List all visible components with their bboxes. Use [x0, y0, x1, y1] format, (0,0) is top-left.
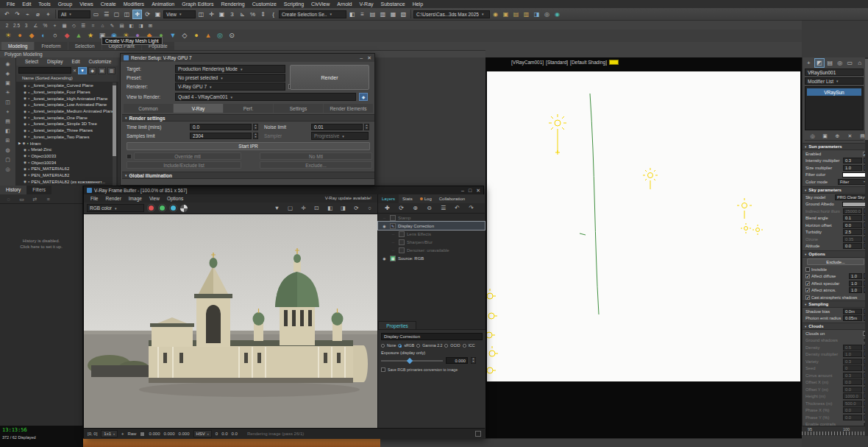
rendered-frame-icon[interactable]: ▤ [511, 10, 521, 19]
display-shapes-icon[interactable]: ▣ [3, 78, 13, 87]
eye-icon[interactable]: ◉ [24, 129, 26, 133]
minimize-icon[interactable]: – [461, 187, 464, 194]
vray-sun-gizmo[interactable] [549, 114, 566, 155]
menu-modifiers[interactable]: Modifiers [120, 0, 148, 8]
render-button[interactable]: Render [290, 65, 369, 90]
grid-icon[interactable]: ⌗ [89, 21, 97, 29]
rollout-render-settings[interactable]: ▾Render settings [122, 114, 374, 122]
vfb-menu-file[interactable]: File [87, 196, 102, 201]
layers-icon[interactable]: ▤ [118, 21, 126, 29]
show-end-result-icon[interactable]: ▣ [820, 131, 830, 141]
hierarchy-tab-icon[interactable]: ▤ [825, 58, 835, 68]
layer-row-denoiser[interactable]: ─Denoiser: unavailable [378, 246, 485, 254]
tab-render-elements[interactable]: Render Elements [324, 104, 373, 113]
sky-model-dropdown[interactable]: PRG Clear Sky [835, 194, 867, 200]
select-and-scale-icon[interactable]: ▣ [153, 10, 163, 19]
affect-atmos-checkbox[interactable] [805, 288, 810, 292]
menu-vray[interactable]: V-Ray [355, 0, 377, 8]
eye-icon[interactable]: ◉ [22, 141, 25, 145]
reference-coordinate-dropdown[interactable]: View [163, 10, 196, 18]
eye-icon[interactable]: ◉ [24, 103, 26, 107]
list-item[interactable]: ◉●_forest_template_High Animated Plane [16, 95, 118, 102]
affect-diffuse-field[interactable]: 1.0 [849, 273, 862, 279]
make-unique-icon[interactable]: ⊕ [833, 131, 842, 141]
eye-icon[interactable]: ◉ [24, 154, 26, 158]
render-setup-icon[interactable]: ▣ [501, 10, 511, 19]
menu-arnold[interactable]: Arnold [333, 0, 355, 8]
turbidity-field[interactable]: 2.5 [843, 229, 862, 235]
select-and-rotate-icon[interactable]: ⟳ [143, 10, 152, 19]
tab-settings[interactable]: Settings [274, 104, 323, 113]
selection-filter-dropdown[interactable]: All [58, 10, 90, 18]
menu-customize[interactable]: Customize [249, 0, 280, 8]
size-multiplier-field[interactable]: 1.0 [843, 165, 862, 171]
select-by-name-icon[interactable]: ☰ [102, 10, 111, 19]
list-item[interactable]: ◉●Object10034 [16, 159, 118, 166]
vray-teapot2-icon[interactable]: ◆ [26, 31, 37, 41]
refresh-icon[interactable]: ⟳ [352, 203, 361, 213]
shadow-bias-field[interactable]: 0.0m [843, 309, 862, 314]
spinner-icon[interactable]: ▲▼ [253, 124, 258, 130]
vray-sun-icon[interactable]: ☀ [3, 31, 13, 41]
explorer-scrollbar[interactable] [113, 82, 116, 186]
history-swap-icon[interactable]: ⇄ [30, 194, 40, 204]
menu-civview[interactable]: CivView [307, 0, 333, 8]
modifier-list-dropdown[interactable]: Modifier List [805, 77, 864, 85]
zoom-dropdown[interactable]: 1x1 [101, 430, 118, 437]
eye-icon[interactable]: ◉ [24, 110, 26, 113]
motion-tab-icon[interactable]: ◎ [836, 58, 845, 68]
redo-icon[interactable]: ↷ [13, 10, 22, 19]
maximize-icon[interactable]: □ [469, 187, 472, 194]
object-name-field[interactable]: VRaySun001 [805, 68, 864, 76]
wireframe-icon[interactable]: ◇ [70, 21, 78, 29]
add-layer-icon[interactable]: ✚ [383, 203, 392, 213]
display-all-icon[interactable]: ◉ [3, 59, 13, 68]
panel2-icon[interactable]: ◨ [137, 21, 145, 29]
vray-plane-icon[interactable]: ▲ [74, 31, 84, 41]
color-mode-dropdown[interactable]: Filter [838, 179, 867, 185]
explorer-menu-customize[interactable]: Customize [85, 59, 116, 64]
list-item[interactable]: ◉●PEN_MATERIAL82 (из кожзаменит... [16, 178, 118, 185]
schematic-view-icon[interactable]: ▧ [399, 10, 408, 19]
vfb-menu-render[interactable]: Render [102, 196, 124, 201]
explorer-tool-icon[interactable]: ▤ [98, 67, 106, 74]
explorer-menu-display[interactable]: Display [43, 59, 67, 64]
select-and-link-icon[interactable]: ⌁ [23, 10, 32, 19]
vray-sun-gizmo[interactable] [753, 225, 763, 235]
explorer-column-header[interactable]: Name (Sorted Ascending) [16, 75, 118, 82]
unlink-selection-icon[interactable]: ⌀ [33, 10, 43, 19]
affect-specular-checkbox[interactable] [805, 281, 810, 286]
eye-icon[interactable]: ─ [381, 216, 388, 220]
menu-animation[interactable]: Animation [148, 0, 178, 8]
display-containers-icon[interactable]: ▢ [3, 155, 13, 163]
tab-perf[interactable]: Perf. [224, 104, 273, 113]
vfb-menu-options[interactable]: Options [163, 196, 187, 201]
eye-icon[interactable]: ◉ [381, 256, 388, 261]
rollout-header[interactable]: ▾Sun parameters [803, 143, 868, 150]
modifier-stack[interactable]: VRaySun [805, 86, 864, 130]
picker-icon[interactable]: ⌖ [121, 432, 124, 437]
menu-edit[interactable]: Edit [18, 0, 35, 8]
properties-tab[interactable]: Properties [378, 321, 416, 329]
display-geometry-icon[interactable]: ◈ [3, 68, 13, 77]
noise-limit-field[interactable]: 0.01 [311, 124, 363, 130]
refresh-layers-icon[interactable]: ⟳ [396, 203, 406, 213]
blend-angle-field[interactable]: 0.1 [843, 215, 862, 221]
eye-icon[interactable]: ◉ [24, 91, 26, 94]
tab-history[interactable]: History [0, 186, 26, 194]
menu-graph-editors[interactable]: Graph Editors [178, 0, 217, 8]
save-image-icon[interactable]: ▼ [272, 203, 282, 213]
eye-icon[interactable]: ◉ [24, 167, 26, 171]
pencil-icon[interactable]: ✎ [108, 21, 116, 29]
start-ipr-button[interactable]: Start IPR [127, 142, 370, 150]
list-icon[interactable]: ☰ [79, 21, 88, 29]
eye-icon[interactable]: ◉ [24, 116, 26, 119]
eye-icon[interactable]: ◉ [24, 84, 26, 88]
named-selection-dropdown[interactable]: Create Selection Se.. [279, 10, 346, 18]
angle-snap-icon[interactable]: ⊾ [238, 10, 247, 19]
preset-dropdown[interactable]: No preset selected [175, 74, 285, 82]
time-limit-field[interactable]: 0.0 [190, 124, 252, 130]
save-preset-icon[interactable]: ⊕ [410, 203, 420, 213]
menu-file[interactable]: File [3, 0, 18, 8]
vfb-menu-view[interactable]: View [146, 196, 163, 201]
